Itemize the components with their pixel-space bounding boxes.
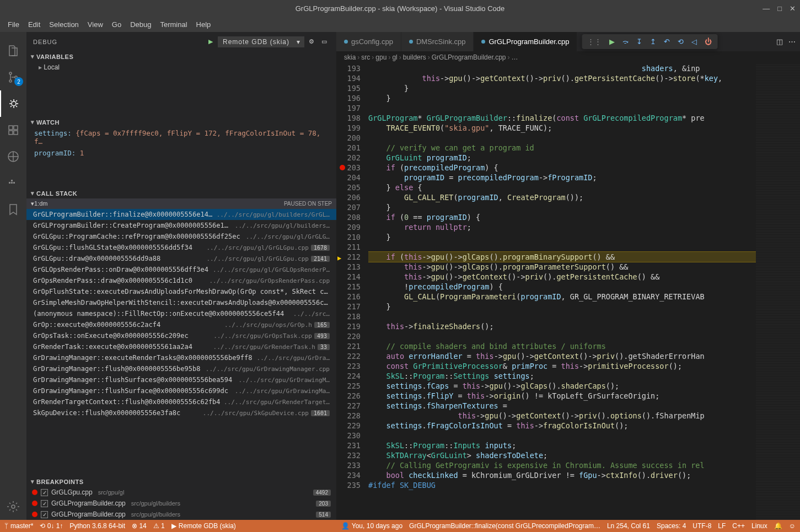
- watch-item[interactable]: settings: {fCaps = 0x7ffff9ec0, fFlipY =…: [26, 127, 336, 147]
- status-errors[interactable]: ⊗ 14: [132, 522, 147, 530]
- stack-frame[interactable]: GrGLGpu::flushGLState@0x0000005556dd5f34…: [26, 242, 336, 253]
- code-line[interactable]: GL_CALL(ProgramParameteri(programID, GR_…: [368, 292, 756, 302]
- gutter[interactable]: 1931941951961971981992002012022032042052…: [336, 63, 368, 520]
- code-line[interactable]: settings.fCaps = this->gpu()->glCaps().s…: [368, 381, 756, 391]
- debug-config-gear-icon[interactable]: ⚙: [307, 38, 317, 45]
- debug-icon[interactable]: [0, 90, 26, 117]
- remote-icon[interactable]: [0, 143, 26, 170]
- breakpoint-marker-icon[interactable]: [340, 165, 345, 170]
- status-blame[interactable]: 👤 You, 10 days ago: [341, 522, 402, 530]
- callstack-header[interactable]: ▾CALL STACK: [26, 188, 336, 198]
- watch-item[interactable]: programID: 1: [26, 147, 336, 159]
- breakpoint-checkbox[interactable]: ✓: [41, 511, 48, 518]
- stack-frame[interactable]: GrRenderTask::execute@0x00000055561aa2a4…: [26, 341, 336, 352]
- breadcrumbs[interactable]: skia › src › gpu › gl › builders › GrGLP…: [336, 51, 800, 63]
- code-line[interactable]: auto errorHandler = this->gpu()->getCont…: [368, 351, 756, 361]
- stack-frame[interactable]: GrOpFlushState::executeDrawsAndUploadsFo…: [26, 286, 336, 297]
- stack-frame[interactable]: GrGLGpu::ProgramCache::refProgram@0x0000…: [26, 231, 336, 242]
- code-content[interactable]: shaders, &inp this->gpu()->getContext()-…: [368, 63, 756, 520]
- status-branch[interactable]: ᛘ master*: [4, 522, 33, 530]
- status-sync[interactable]: ⟲ 0↓ 1↑: [40, 522, 63, 530]
- code-line[interactable]: // verify we can get a program id: [368, 143, 756, 153]
- split-editor-icon[interactable]: ◫: [776, 37, 783, 46]
- stack-frame[interactable]: GrGLGpu::draw@0x0000005556dd9a88../../sr…: [26, 253, 336, 264]
- status-fnname[interactable]: GrGLProgramBuilder::finalize(const GrGLP…: [409, 522, 600, 530]
- explorer-icon[interactable]: [0, 37, 26, 64]
- code-line[interactable]: TRACE_EVENT0("skia.gpu", TRACE_FUNC);: [368, 123, 756, 133]
- breakpoint-item[interactable]: ✓GrGLProgramBuilder.cppsrc/gpu/gl/builde…: [26, 509, 336, 520]
- editor-tab[interactable]: GrGLProgramBuilder.cpp: [474, 32, 577, 51]
- status-lang[interactable]: C++: [732, 522, 745, 530]
- code-line[interactable]: this->finalizeShaders();: [368, 321, 756, 331]
- code-line[interactable]: [368, 431, 756, 440]
- menu-selection[interactable]: Selection: [45, 18, 83, 31]
- minimize-icon[interactable]: —: [763, 4, 770, 13]
- code-line[interactable]: GrGLuint programID;: [368, 153, 756, 163]
- code-line[interactable]: settings.fFragColorIsInOut = this->fragC…: [368, 421, 756, 431]
- breakpoints-header[interactable]: ▾BREAKPOINTS: [26, 476, 336, 487]
- disconnect-icon[interactable]: ⏻: [701, 35, 715, 48]
- code-line[interactable]: }: [368, 83, 756, 93]
- stack-frame[interactable]: GrGLProgramBuilder::CreateProgram@0x0000…: [26, 220, 336, 231]
- stack-frame[interactable]: GrDrawingManager::executeRenderTasks@0x0…: [26, 352, 336, 363]
- stack-frame[interactable]: SkGpuDevice::flush@0x0000005556e3fa8c../…: [26, 407, 336, 418]
- breadcrumb-item[interactable]: builders: [403, 53, 426, 61]
- menu-terminal[interactable]: Terminal: [155, 18, 191, 31]
- menu-view[interactable]: View: [83, 18, 108, 31]
- menu-help[interactable]: Help: [192, 18, 216, 31]
- status-encoding[interactable]: UTF-8: [692, 522, 711, 530]
- breakpoint-item[interactable]: ✓GrGLGpu.cppsrc/gpu/gl4492: [26, 487, 336, 498]
- status-warnings[interactable]: ⚠ 1: [153, 522, 165, 530]
- step-out-icon[interactable]: ↥: [647, 35, 659, 48]
- continue-icon[interactable]: ▶: [606, 35, 618, 48]
- code-line[interactable]: }: [368, 202, 756, 212]
- stack-frame[interactable]: (anonymous namespace)::FillRectOp::onExe…: [26, 308, 336, 319]
- breadcrumb-item[interactable]: …: [511, 53, 518, 61]
- drag-handle-icon[interactable]: ⋮⋮: [584, 35, 605, 48]
- more-icon[interactable]: ⋯: [788, 37, 796, 46]
- debug-console-icon[interactable]: ▭: [319, 38, 330, 45]
- stack-frame[interactable]: GrRenderTargetContext::flush@0x000000555…: [26, 396, 336, 407]
- code-line[interactable]: GrGLProgram* GrGLProgramBuilder::finaliz…: [368, 113, 756, 123]
- code-line[interactable]: } else {: [368, 182, 756, 192]
- stack-frame[interactable]: GrGLOpsRenderPass::onDraw@0x0000005556df…: [26, 264, 336, 275]
- code-line[interactable]: GL_CALL_RET(programID, CreateProgram());: [368, 192, 756, 202]
- settings-icon[interactable]: [0, 493, 26, 520]
- code-line[interactable]: if (precompiledProgram) {: [368, 163, 756, 173]
- breakpoint-item[interactable]: ✓GrGLProgramBuilder.cppsrc/gpu/gl/builde…: [26, 498, 336, 509]
- stack-frame[interactable]: GrDrawingManager::flush@0x0000005556be95…: [26, 363, 336, 374]
- close-icon[interactable]: ✕: [790, 4, 796, 13]
- code-line[interactable]: const GrPrimitiveProcessor& primProc = t…: [368, 361, 756, 371]
- stack-frame[interactable]: GrGLProgramBuilder::finalize@0x000000555…: [26, 209, 336, 220]
- watch-header[interactable]: ▾WATCH: [26, 117, 336, 127]
- code-line[interactable]: return nullptr;: [368, 222, 756, 232]
- breadcrumb-item[interactable]: skia: [344, 53, 356, 61]
- code-line[interactable]: SkTDArray<GrGLuint> shadersToDelete;: [368, 450, 756, 460]
- code-line[interactable]: this->gpu()->getContext()->priv().getPer…: [368, 272, 756, 282]
- bookmarks-icon[interactable]: [0, 196, 26, 223]
- code-line[interactable]: SkSL::Program::Settings settings;: [368, 371, 756, 381]
- menu-edit[interactable]: Edit: [24, 18, 45, 31]
- code-line[interactable]: this->gpu()->getContext()->priv().option…: [368, 411, 756, 421]
- code-line[interactable]: }: [368, 302, 756, 311]
- code-line[interactable]: if (this->gpu()->glCaps().programBinaryS…: [368, 252, 756, 262]
- extensions-icon[interactable]: [0, 117, 26, 143]
- status-remote[interactable]: ▶ Remote GDB (skia): [171, 522, 236, 530]
- code-line[interactable]: this->gpu()->glCaps().programParameterSu…: [368, 262, 756, 272]
- status-python[interactable]: Python 3.6.8 64-bit: [69, 522, 125, 530]
- menu-go[interactable]: Go: [108, 18, 126, 31]
- status-position[interactable]: Ln 254, Col 61: [607, 522, 650, 530]
- status-spaces[interactable]: Spaces: 4: [657, 522, 686, 530]
- scm-icon[interactable]: 2: [0, 64, 26, 90]
- breadcrumb-item[interactable]: gpu: [375, 53, 386, 61]
- debug-toolbar[interactable]: ⋮⋮ ▶ ⤼ ↧ ↥ ↶ ⟲ ◁ ⏻: [582, 34, 717, 49]
- code-line[interactable]: settings.fFlipY = this->origin() != kTop…: [368, 391, 756, 401]
- step-into-icon[interactable]: ↧: [633, 35, 646, 48]
- breakpoint-checkbox[interactable]: ✓: [41, 500, 48, 507]
- code-line[interactable]: SkSL::Program::Inputs inputs;: [368, 440, 756, 450]
- maximize-icon[interactable]: □: [777, 4, 782, 13]
- status-bell-icon[interactable]: 🔔: [774, 522, 782, 530]
- code-line[interactable]: bool checkLinked = kChromium_GrGLDriver …: [368, 470, 756, 480]
- status-eol[interactable]: LF: [718, 522, 726, 530]
- stack-frame[interactable]: GrDrawingManager::flushSurfaces@0x000000…: [26, 374, 336, 385]
